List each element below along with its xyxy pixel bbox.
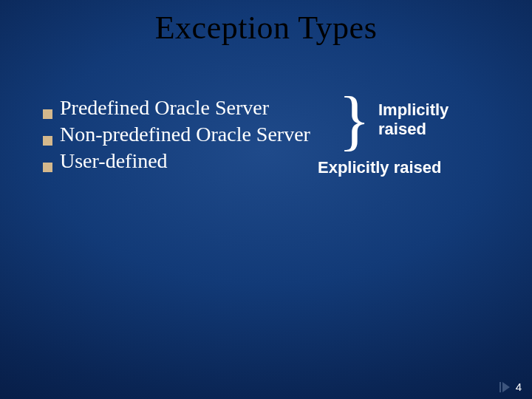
bullet-text: Predefined Oracle Server: [60, 96, 269, 120]
footer: 4: [499, 381, 522, 393]
page-number: 4: [516, 381, 522, 393]
bullet-text: User-defined: [60, 149, 168, 173]
implicit-line1: Implicitly: [378, 100, 449, 119]
next-slide-icon[interactable]: [499, 382, 510, 392]
bullet-icon: [43, 163, 52, 172]
bullet-text: Non-predefined Oracle Server: [60, 123, 310, 146]
bullet-icon: [43, 136, 52, 146]
bullet-icon: [43, 109, 52, 119]
implicit-line2: raised: [378, 120, 426, 138]
brace-symbol: }: [338, 87, 370, 154]
slide: Exception Types Predefined Oracle Server…: [0, 0, 532, 399]
explicit-raised-label: Explicitly raised: [318, 158, 442, 177]
implicit-raised-label: Implicitly raised: [378, 100, 449, 140]
slide-title: Exception Types: [0, 9, 532, 47]
